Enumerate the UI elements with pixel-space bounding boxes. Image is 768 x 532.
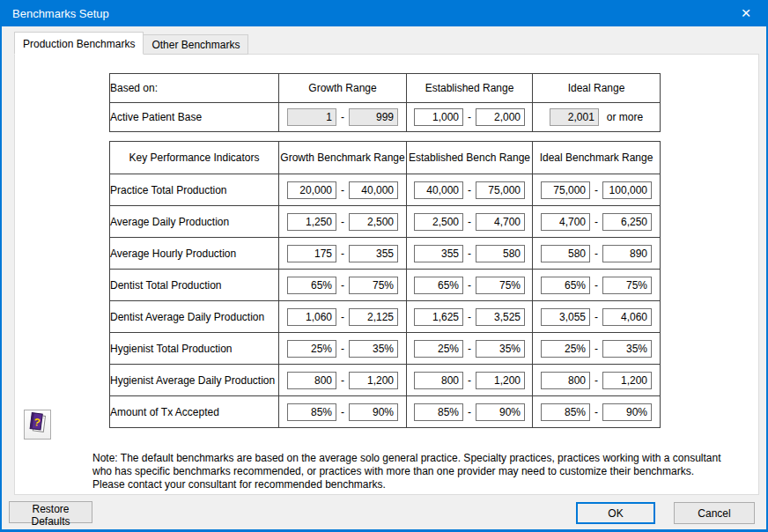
patient-base-established-min-field[interactable] bbox=[414, 108, 463, 126]
header-based-on: Based on: bbox=[110, 74, 279, 103]
kpi-label: Average Daily Production bbox=[110, 206, 279, 238]
ideal-min-field[interactable] bbox=[541, 213, 590, 231]
ideal-max-field[interactable] bbox=[602, 277, 652, 294]
patient-base-row: Active Patient Base - - or more bbox=[110, 103, 661, 132]
growth-min-field[interactable] bbox=[287, 372, 336, 389]
growth-max-field[interactable] bbox=[349, 308, 398, 326]
range-dash: - bbox=[341, 311, 344, 323]
ideal-min-field[interactable] bbox=[541, 372, 590, 389]
kpi-label: Dentist Average Daily Production bbox=[110, 301, 279, 333]
growth-min-field[interactable] bbox=[287, 340, 336, 358]
established-max-field[interactable] bbox=[476, 403, 525, 421]
range-dash: - bbox=[341, 374, 344, 387]
established-max-field[interactable] bbox=[476, 245, 525, 262]
help-book-icon: ? bbox=[27, 411, 48, 438]
growth-max-field[interactable] bbox=[349, 181, 398, 199]
kpi-row: Average Daily Production - - - bbox=[110, 206, 661, 238]
established-max-field[interactable] bbox=[476, 181, 525, 199]
cancel-button[interactable]: Cancel bbox=[674, 502, 755, 524]
range-dash: - bbox=[341, 343, 344, 355]
established-max-field[interactable] bbox=[476, 277, 525, 294]
established-min-field[interactable] bbox=[414, 403, 463, 421]
established-max-field[interactable] bbox=[476, 213, 525, 231]
patient-base-header-row: Based on: Growth Range Established Range… bbox=[110, 74, 661, 103]
growth-min-field[interactable] bbox=[287, 213, 336, 231]
established-min-field[interactable] bbox=[414, 181, 463, 199]
kpi-label: Average Hourly Production bbox=[110, 238, 279, 270]
range-dash: - bbox=[468, 111, 471, 123]
patient-base-growth-max-field bbox=[349, 108, 398, 126]
ideal-min-field[interactable] bbox=[541, 403, 590, 421]
ideal-min-field[interactable] bbox=[541, 245, 590, 262]
established-max-field[interactable] bbox=[476, 308, 525, 326]
kpi-row: Amount of Tx Accepted - - - bbox=[110, 396, 661, 428]
range-dash: - bbox=[468, 374, 471, 387]
kpi-label: Practice Total Production bbox=[110, 174, 279, 206]
range-dash: - bbox=[468, 406, 471, 418]
established-min-field[interactable] bbox=[414, 340, 463, 358]
growth-min-field[interactable] bbox=[287, 308, 336, 326]
range-dash: - bbox=[594, 406, 598, 418]
patient-base-growth-min-field bbox=[287, 108, 336, 126]
growth-min-field[interactable] bbox=[287, 245, 336, 262]
ideal-min-field[interactable] bbox=[541, 340, 590, 358]
growth-max-field[interactable] bbox=[349, 245, 398, 262]
close-icon: × bbox=[741, 4, 750, 22]
tab-production-benchmarks[interactable]: Production Benchmarks bbox=[14, 32, 144, 55]
kpi-row: Dentist Total Production - - - bbox=[110, 270, 661, 301]
header-established-benchmark: Established Bench Range bbox=[407, 142, 533, 174]
ok-button[interactable]: OK bbox=[576, 502, 655, 524]
titlebar[interactable]: Benchmarks Setup × bbox=[2, 0, 766, 26]
ideal-min-field[interactable] bbox=[541, 308, 590, 326]
tab-other-benchmarks[interactable]: Other Benchmarks bbox=[143, 34, 248, 55]
ideal-min-field[interactable] bbox=[541, 277, 590, 294]
ideal-max-field[interactable] bbox=[602, 372, 652, 389]
header-established-range: Established Range bbox=[407, 74, 533, 103]
benchmarks-setup-dialog: Benchmarks Setup × Production Benchmarks… bbox=[0, 0, 768, 532]
established-max-field[interactable] bbox=[476, 340, 525, 358]
established-min-field[interactable] bbox=[414, 372, 463, 389]
kpi-row: Average Hourly Production - - - bbox=[110, 238, 661, 270]
growth-min-field[interactable] bbox=[287, 277, 336, 294]
header-kpi: Key Performance Indicators bbox=[110, 142, 279, 174]
kpi-table: Key Performance Indicators Growth Benchm… bbox=[109, 141, 661, 428]
kpi-row: Dentist Average Daily Production - - - bbox=[110, 301, 661, 333]
established-min-field[interactable] bbox=[414, 277, 463, 294]
established-min-field[interactable] bbox=[414, 308, 463, 326]
tab-bar: Production Benchmarks Other Benchmarks bbox=[14, 32, 247, 55]
growth-min-field[interactable] bbox=[287, 403, 336, 421]
range-dash: - bbox=[594, 216, 598, 228]
help-button[interactable]: ? bbox=[24, 410, 51, 440]
kpi-label: Hygienist Average Daily Production bbox=[110, 365, 279, 396]
restore-defaults-button[interactable]: Restore Defaults bbox=[9, 501, 92, 523]
ideal-max-field[interactable] bbox=[602, 308, 652, 326]
range-dash: - bbox=[341, 406, 344, 418]
range-dash: - bbox=[594, 279, 598, 292]
established-max-field[interactable] bbox=[476, 372, 525, 389]
ideal-max-field[interactable] bbox=[602, 340, 652, 358]
note-text: Note: The default benchmarks are based o… bbox=[92, 452, 721, 491]
close-button[interactable]: × bbox=[726, 0, 766, 26]
kpi-row: Hygienist Total Production - - - bbox=[110, 333, 661, 365]
established-min-field[interactable] bbox=[414, 213, 463, 231]
patient-base-established-max-field[interactable] bbox=[476, 108, 525, 126]
ideal-max-field[interactable] bbox=[602, 213, 652, 231]
note-line-3: Please contact your consultant for recom… bbox=[92, 478, 721, 491]
growth-max-field[interactable] bbox=[349, 403, 398, 421]
growth-max-field[interactable] bbox=[349, 213, 398, 231]
growth-max-field[interactable] bbox=[349, 277, 398, 294]
ideal-max-field[interactable] bbox=[602, 403, 652, 421]
growth-min-field[interactable] bbox=[287, 181, 336, 199]
ideal-max-field[interactable] bbox=[602, 245, 652, 262]
header-ideal-benchmark: Ideal Benchmark Range bbox=[533, 142, 661, 174]
ideal-max-field[interactable] bbox=[602, 181, 652, 199]
growth-max-field[interactable] bbox=[349, 340, 398, 358]
range-dash: - bbox=[468, 216, 471, 228]
window-title: Benchmarks Setup bbox=[12, 7, 109, 20]
header-growth-benchmark: Growth Benchmark Range bbox=[279, 142, 407, 174]
growth-max-field[interactable] bbox=[349, 372, 398, 389]
established-min-field[interactable] bbox=[414, 245, 463, 262]
kpi-table-body: Practice Total Production - - - bbox=[110, 174, 661, 428]
ideal-min-field[interactable] bbox=[541, 181, 590, 199]
header-growth-range: Growth Range bbox=[279, 74, 407, 103]
